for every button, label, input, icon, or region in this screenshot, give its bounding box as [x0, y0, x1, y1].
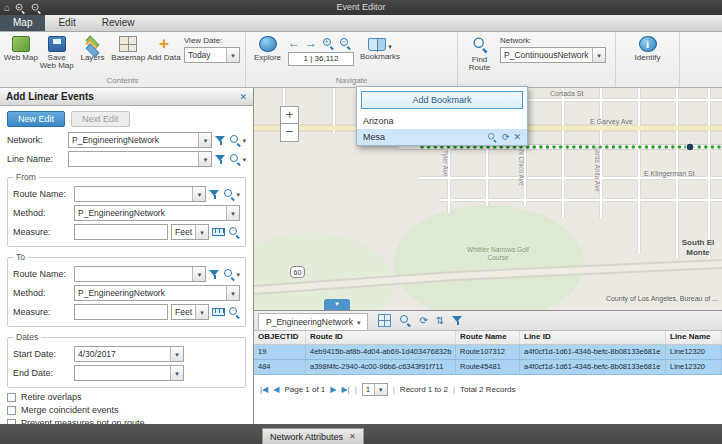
network-control: Network: P_ContinuousNetwork ▾ — [498, 34, 610, 63]
highway-shield: 60 — [290, 266, 305, 278]
save-web-map-button[interactable]: Save Web Map — [39, 34, 75, 70]
map-zoom-control: + − — [280, 106, 299, 142]
magnifier-icon[interactable] — [228, 306, 240, 318]
page-size-select[interactable]: 1 ▾ — [362, 383, 388, 396]
add-data-button[interactable]: + Add Data — [146, 34, 182, 62]
previous-extent-icon[interactable]: ← — [288, 37, 300, 49]
ribbon-group-identify: i Identify — [616, 32, 680, 87]
chevron-down-icon: ▾ — [204, 156, 208, 163]
next-edit-button[interactable]: Next Edit — [71, 111, 130, 127]
to-measure-input[interactable] — [74, 304, 168, 320]
web-map-button[interactable]: Web Map — [3, 34, 39, 62]
tab-network-attributes[interactable]: Network Attributes ✕ — [262, 428, 364, 444]
network-select[interactable]: P_ContinuousNetwork ▾ — [500, 47, 606, 63]
to-route-name-select[interactable]: ▾ — [74, 266, 206, 282]
close-icon[interactable]: ✕ — [239, 92, 247, 102]
start-date-picker[interactable]: 4/30/2017 ▾ — [74, 346, 184, 362]
map-zoom-in-button[interactable]: + — [280, 106, 299, 124]
end-date-picker[interactable]: ▾ — [74, 365, 184, 381]
event-editor-app: ⌂ + − Event Editor Map Edit Review Web M… — [0, 0, 722, 444]
grid-tab-engineering-network[interactable]: P_EngineeringNetwork ▾ — [258, 313, 368, 330]
first-page-icon[interactable]: |◀ — [260, 385, 268, 394]
view-date-select[interactable]: Today ▾ — [184, 47, 240, 63]
tab-map[interactable]: Map — [0, 15, 45, 31]
select-on-map-icon[interactable] — [215, 154, 226, 165]
identify-icon: i — [639, 36, 657, 52]
find-route-button[interactable]: Find Route — [461, 34, 498, 72]
measure-tool-icon[interactable] — [212, 228, 225, 236]
from-method-select[interactable]: P_EngineeringNetwork ▾ — [74, 205, 240, 221]
measure-tool-icon[interactable] — [212, 308, 225, 316]
zoom-menu-button[interactable]: ▾ — [223, 188, 240, 200]
close-icon[interactable]: ✕ — [349, 432, 356, 441]
from-route-name-select[interactable]: ▾ — [74, 186, 206, 202]
delete-bookmark-icon[interactable]: ✕ — [513, 133, 521, 142]
app-title: Event Editor — [0, 0, 722, 15]
bookmark-item-mesa[interactable]: Mesa ⟳ ✕ — [357, 129, 527, 145]
switch-selection-icon[interactable]: ⇅ — [436, 314, 444, 327]
from-measure-input[interactable] — [74, 224, 168, 240]
table-row[interactable]: 484 a398f4fc-2940-4c00-96b6-c6343f91f711… — [254, 360, 722, 375]
to-method-select[interactable]: P_EngineeringNetwork ▾ — [74, 285, 240, 301]
home-icon[interactable]: ⌂ — [4, 3, 10, 13]
chevron-down-icon: ▾ — [231, 290, 235, 297]
filter-grid-icon[interactable] — [452, 315, 463, 326]
basemap-button[interactable]: Basemap — [110, 34, 146, 62]
chevron-down-icon: ▾ — [357, 319, 361, 326]
select-on-map-icon[interactable] — [209, 269, 220, 280]
identify-button[interactable]: i Identify — [629, 34, 666, 62]
chevron-down-icon: ▾ — [175, 351, 179, 358]
navigation-cluster: ← → + − 1 | 36,112 — [286, 34, 358, 66]
zoom-in-icon[interactable]: + — [15, 2, 25, 12]
merge-coincident-checkbox[interactable] — [7, 406, 16, 415]
panel-title: Add Linear Events — [6, 91, 239, 102]
panel-network-select[interactable]: P_EngineeringNetwork ▾ — [68, 132, 212, 148]
zoom-in-tool-icon[interactable]: + — [322, 37, 334, 49]
zoom-to-selection-icon[interactable] — [399, 314, 411, 326]
zoom-menu-button[interactable]: ▾ — [229, 153, 246, 165]
city-label: South El Monte — [674, 238, 722, 258]
basemap-icon — [119, 36, 137, 52]
magnifier-icon[interactable] — [228, 226, 240, 238]
from-group: From Route Name: ▾ ▾ Method: P_Engineeri… — [7, 172, 246, 247]
next-page-icon[interactable]: ▶ — [330, 385, 336, 394]
tab-review[interactable]: Review — [89, 15, 148, 31]
last-page-icon[interactable]: ▶| — [341, 385, 349, 394]
select-on-map-icon[interactable] — [215, 135, 226, 146]
to-unit-select[interactable]: Feet ▾ — [171, 304, 209, 320]
bookmarks-button[interactable]: ▾ Bookmarks — [358, 34, 402, 61]
map-scale-input[interactable]: 1 | 36,112 — [288, 52, 354, 66]
zoom-menu-button[interactable]: ▾ — [229, 134, 246, 146]
previous-page-icon[interactable]: ◀ — [273, 385, 279, 394]
zoom-to-bookmark-icon[interactable] — [487, 132, 497, 142]
retire-overlaps-option[interactable]: Retire overlaps — [7, 392, 246, 402]
show-selected-records-icon[interactable] — [378, 314, 391, 327]
next-extent-icon[interactable]: → — [305, 37, 317, 49]
view-date-control: View Date: Today ▾ — [182, 34, 242, 63]
chevron-down-icon: ▾ — [231, 52, 235, 59]
bookmark-item-arizona[interactable]: Arizona — [357, 113, 527, 129]
new-edit-button[interactable]: New Edit — [7, 111, 65, 127]
table-row[interactable]: 19 4eb9415b-af8b-4d04-ab69-1d403476832b … — [254, 345, 722, 360]
map-zoom-out-button[interactable]: − — [280, 124, 299, 142]
refresh-bookmark-icon[interactable]: ⟳ — [502, 133, 510, 142]
line-name-select[interactable]: ▾ — [68, 151, 212, 167]
select-on-map-icon[interactable] — [209, 189, 220, 200]
zoom-out-tool-icon[interactable]: − — [339, 37, 351, 49]
zoom-menu-button[interactable]: ▾ — [223, 268, 240, 280]
street-label: N Chico Ave — [518, 150, 525, 186]
from-unit-select[interactable]: Feet ▾ — [171, 224, 209, 240]
merge-coincident-option[interactable]: Merge coincident events — [7, 405, 246, 415]
layers-button[interactable]: Layers — [75, 34, 111, 62]
ribbon-tab-bar: Map Edit Review — [0, 15, 722, 32]
add-bookmark-button[interactable]: Add Bookmark — [361, 91, 523, 109]
collapse-attribute-panel-button[interactable]: ▾ — [324, 299, 350, 310]
refresh-grid-icon[interactable]: ⟳ — [419, 314, 427, 327]
magnifier-icon — [223, 268, 235, 280]
street-label: Santa Anita Ave — [594, 146, 601, 192]
add-linear-events-panel: Add Linear Events ✕ New Edit Next Edit N… — [0, 88, 254, 424]
zoom-out-icon[interactable]: − — [31, 2, 41, 12]
explore-button[interactable]: Explore — [249, 34, 286, 62]
retire-overlaps-checkbox[interactable] — [7, 393, 16, 402]
tab-edit[interactable]: Edit — [45, 15, 88, 31]
